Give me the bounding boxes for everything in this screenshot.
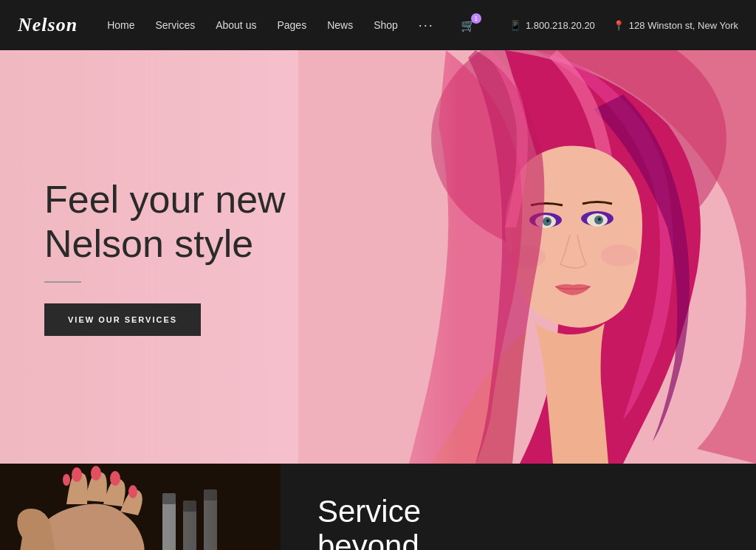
bottom-heading: Service beyond: [317, 495, 719, 550]
bottom-image: [0, 464, 281, 550]
bottom-heading-line1: Service: [317, 494, 421, 529]
bottom-heading-line2: beyond: [317, 529, 419, 551]
nav-more-dots[interactable]: ···: [419, 18, 434, 33]
nav-news[interactable]: News: [327, 19, 353, 31]
svg-rect-13: [298, 50, 756, 464]
hero-cta-button[interactable]: VIEW OUR SERVICES: [44, 303, 201, 336]
address-contact: 128 Winston st, New York: [613, 19, 738, 31]
svg-rect-27: [0, 464, 281, 550]
phone-number: 1.800.218.20.20: [526, 20, 595, 31]
nav-contact: 1.800.218.20.20 128 Winston st, New York: [509, 19, 738, 31]
location-icon: [613, 19, 625, 31]
bottom-text-area: Service beyond: [281, 464, 756, 550]
hero-divider: [44, 281, 81, 283]
cart-badge: 1: [471, 13, 481, 24]
navbar: Nelson Home Services About us Pages News…: [0, 0, 756, 50]
bottom-hands-svg: [0, 464, 281, 550]
bottom-section: Service beyond: [0, 464, 756, 550]
hero-section: Feel your new Nelson style VIEW OUR SERV…: [0, 50, 756, 464]
logo-text: Nelson: [18, 14, 78, 35]
hero-title-line1: Feel your new: [44, 178, 286, 221]
nav-pages[interactable]: Pages: [277, 19, 306, 31]
hero-title: Feel your new Nelson style: [44, 178, 286, 267]
hero-content: Feel your new Nelson style VIEW OUR SERV…: [0, 178, 330, 336]
cart-button[interactable]: 1: [461, 18, 475, 33]
nav-services[interactable]: Services: [155, 19, 195, 31]
nav-links: Home Services About us Pages News Shop ·…: [107, 18, 509, 33]
phone-contact: 1.800.218.20.20: [509, 19, 595, 31]
address-text: 128 Winston st, New York: [629, 20, 738, 31]
logo[interactable]: Nelson: [18, 14, 78, 36]
hero-image: [298, 50, 756, 464]
hero-title-line2: Nelson style: [44, 222, 253, 265]
nav-about[interactable]: About us: [216, 19, 256, 31]
nav-shop[interactable]: Shop: [374, 19, 398, 31]
phone-icon: [509, 19, 521, 31]
nav-home[interactable]: Home: [107, 19, 134, 31]
